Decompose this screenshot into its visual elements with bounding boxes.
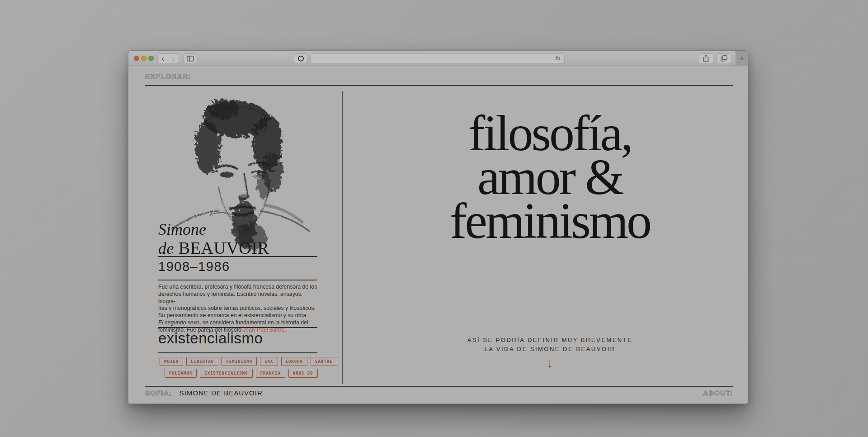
rule (158, 352, 317, 353)
tag-europa[interactable]: EUROPA (281, 357, 308, 366)
minimize-window-button[interactable] (141, 56, 146, 61)
tag-francia[interactable]: FRANCIA (256, 369, 285, 378)
about-link[interactable]: ABOUT: (703, 389, 733, 397)
person-last-name: de BEAUVOIR (158, 238, 269, 258)
browser-window: ‹ › ↻ + (128, 50, 748, 404)
hero-title-line-3: feminismo (367, 199, 733, 243)
new-tab-button[interactable]: + (736, 51, 748, 66)
tag-mujer[interactable]: MUJER (160, 357, 183, 366)
browser-toolbar: ‹ › ↻ + (128, 51, 748, 66)
bio-paragraph: Fue una escritora, profesora y filósofa … (158, 284, 321, 334)
tag-sxx[interactable]: sXX (260, 357, 278, 366)
bottom-rule (145, 386, 733, 387)
reload-button[interactable]: ↻ (553, 54, 562, 62)
site-badge-button[interactable] (294, 53, 307, 63)
tag-sartre[interactable]: SARTRE (311, 357, 337, 366)
scroll-down-arrow[interactable]: ↓ (342, 356, 733, 370)
rule (158, 280, 317, 280)
footer-about: ABOUT: (145, 389, 733, 397)
address-bar[interactable]: ↻ (310, 53, 565, 63)
explorar-nav-label[interactable]: EXPLORAR: (145, 72, 191, 80)
share-icon (703, 55, 709, 62)
share-button[interactable] (698, 53, 713, 63)
tabs-icon (721, 55, 727, 62)
sidebar-toggle-button[interactable] (184, 53, 197, 63)
tag-row-1: MUJER LIBERTAD FEMINISMO sXX EUROPA SART… (160, 357, 337, 366)
life-dates: 1908–1986 (158, 259, 230, 274)
tag-poliamor[interactable]: POLIAMOR (165, 369, 197, 378)
person-first-name: Simone (158, 221, 269, 238)
zoom-window-button[interactable] (148, 56, 154, 61)
rule (158, 327, 317, 328)
hero-title: filosofía, amor & feminismo (342, 111, 733, 243)
top-rule (145, 85, 733, 86)
tag-row-2: POLIAMOR EXISTENCIALISMO FRANCIA AÑOS 50 (165, 369, 318, 378)
tag-existencialismo[interactable]: EXISTENCIALISMO (200, 369, 252, 378)
webpage: EXPLORAR: (128, 66, 748, 404)
tag-feminismo[interactable]: FEMINISMO (222, 357, 257, 366)
book-title: El segundo sexo (158, 319, 199, 326)
ring-icon (298, 56, 304, 62)
sidebar-icon (187, 56, 194, 62)
tag-libertad[interactable]: LIBERTAD (186, 357, 218, 366)
tab-overview-button[interactable] (716, 53, 731, 63)
close-window-button[interactable] (134, 56, 139, 61)
back-button[interactable]: ‹ (157, 53, 168, 63)
forward-button[interactable]: › (168, 53, 179, 63)
tag-anos50[interactable]: AÑOS 50 (288, 369, 318, 378)
hero-subtitle: ASÍ SE PODRÍA DEFINIR MUY BREVEMENTE LA … (342, 336, 733, 354)
keyword-existencialismo: existencialismo (158, 330, 263, 347)
person-name: Simone de BEAUVOIR (158, 221, 269, 258)
